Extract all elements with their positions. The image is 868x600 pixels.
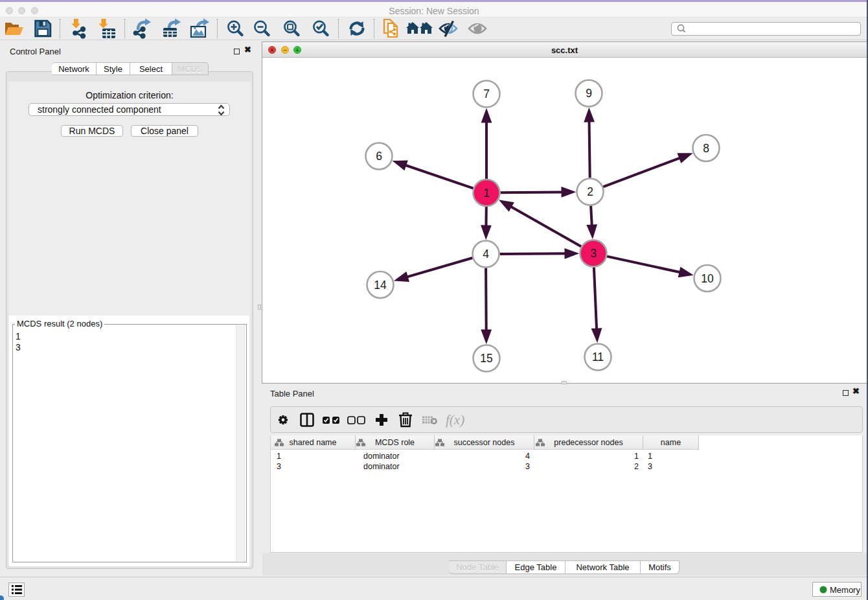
- svg-text:7: 7: [483, 87, 490, 100]
- svg-text:6: 6: [376, 150, 382, 163]
- svg-text:f(x): f(x): [446, 412, 464, 428]
- svg-text:14: 14: [374, 279, 387, 292]
- svg-text:10: 10: [701, 272, 714, 285]
- svg-text:3: 3: [590, 247, 597, 260]
- svg-text:2: 2: [587, 185, 593, 198]
- svg-text:8: 8: [703, 142, 709, 155]
- svg-text:9: 9: [586, 87, 592, 100]
- svg-text:4: 4: [483, 248, 489, 260]
- svg-text:15: 15: [480, 352, 492, 365]
- svg-text:11: 11: [592, 351, 604, 363]
- svg-text:1: 1: [483, 187, 490, 200]
